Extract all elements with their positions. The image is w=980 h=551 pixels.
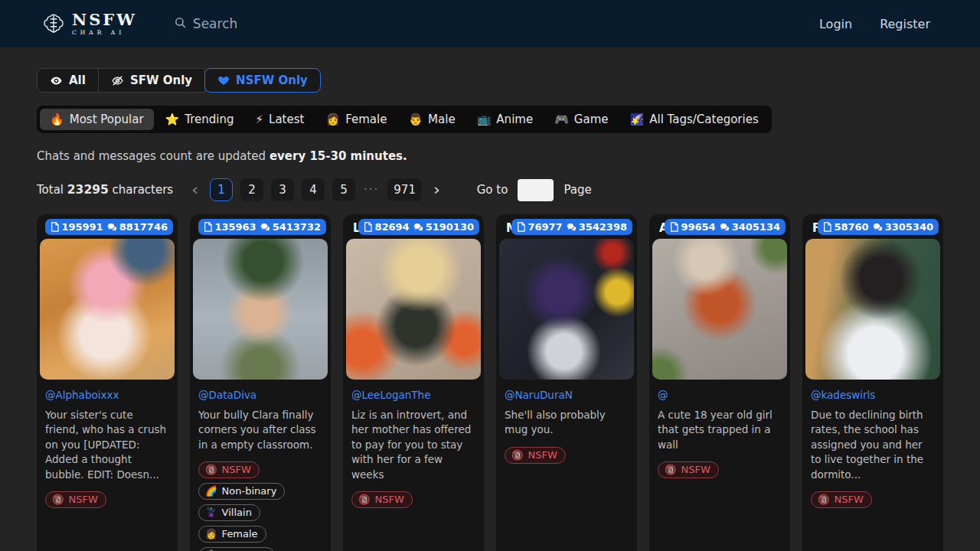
notice-bold-text: every 15-30 minutes. (270, 149, 407, 163)
tag-label: NSFW (528, 449, 557, 461)
filter-nsfw-button[interactable]: NSFW Only (204, 68, 321, 93)
tag-nsfw[interactable]: 🔞 NSFW (811, 491, 872, 508)
character-description: Your bully Clara finally corners you aft… (198, 408, 322, 452)
tag-label: NSFW (222, 464, 251, 475)
goto-page-input[interactable] (518, 179, 554, 201)
notice-text: Chats and messages count are updated (37, 149, 270, 163)
character-image[interactable] (346, 239, 481, 380)
prev-page-arrow[interactable]: ‹ (184, 181, 206, 198)
stats-badge: 76977 3542398 (511, 219, 632, 235)
nsfw-icon: 🔞 (205, 464, 217, 475)
tag-tsundere[interactable]: 🌸 Tsundere (198, 547, 275, 551)
filter-all-button[interactable]: All (37, 68, 99, 93)
next-page-arrow[interactable]: › (426, 181, 448, 198)
tab-most-popular[interactable]: 🔥 Most Popular (40, 109, 154, 130)
villain-icon: 🦹 (205, 507, 217, 518)
tag-non-binary[interactable]: 🌈 Non-binary (198, 483, 285, 500)
site-logo[interactable]: NSFW CHAR AI (42, 11, 137, 36)
tag-villain[interactable]: 🦹 Villain (198, 504, 260, 521)
tab-anime[interactable]: 📺 Anime (467, 109, 544, 130)
chat-bubbles-icon (873, 223, 883, 232)
character-card[interactable]: Your sis 195991 8817746 @Alphaboixxx You… (37, 214, 178, 551)
nsfw-icon: 🔞 (52, 494, 64, 505)
creator-handle[interactable]: @Alphaboixxx (45, 389, 169, 401)
creator-handle[interactable]: @kadeswirls (811, 389, 935, 401)
woman-icon: 👩 (325, 112, 340, 126)
tag-nsfw[interactable]: 🔞 NSFW (45, 491, 106, 508)
pagination-ellipsis: ··· (364, 183, 379, 197)
chats-count: 195991 (61, 221, 103, 233)
nsfw-filter-group: All SFW Only NSFW Only (37, 68, 943, 93)
nsfw-icon: 🔞 (818, 494, 830, 505)
chats-count: 58760 (834, 221, 868, 233)
page-icon (204, 222, 212, 232)
chat-bubbles-icon (720, 223, 730, 232)
character-image[interactable] (193, 239, 328, 380)
chat-bubbles-icon (567, 223, 577, 232)
page-icon (823, 222, 831, 232)
rainbow-icon: 🌈 (205, 485, 217, 497)
tag-label: NSFW (375, 494, 404, 505)
tag-nsfw[interactable]: 🔞 NSFW (351, 491, 413, 508)
page-button-last[interactable]: 971 (387, 178, 422, 201)
page-button-3[interactable]: 3 (271, 178, 294, 201)
tab-trending[interactable]: ⭐ Trending (155, 109, 244, 130)
character-image[interactable] (499, 239, 634, 380)
filter-all-label: All (69, 73, 86, 87)
character-description: She'll also probably mug you. (505, 408, 629, 438)
stats-badge: 195991 8817746 (45, 219, 173, 235)
character-card[interactable]: Mako 76977 3542398 @NaruDuraN She'll als… (496, 214, 637, 551)
login-link[interactable]: Login (819, 17, 852, 31)
creator-handle[interactable]: @LeeLoganThe (351, 389, 475, 401)
tab-all-tags[interactable]: 🌠 All Tags/Categories (620, 109, 769, 130)
tag-nsfw[interactable]: 🔞 NSFW (198, 461, 260, 478)
fire-icon: 🔥 (50, 112, 64, 126)
character-card[interactable]: Fuyuki 58760 3305340 @kadeswirls Due to … (802, 214, 943, 551)
total-count-text: Total 23295 characters (37, 183, 173, 197)
page-label: Page (564, 183, 591, 197)
shooting-star-icon: 🌠 (630, 112, 645, 126)
creator-handle[interactable]: @DataDiva (198, 389, 322, 401)
page-icon (364, 222, 372, 232)
tag-nsfw[interactable]: 🔞 NSFW (658, 461, 719, 478)
page-button-2[interactable]: 2 (240, 178, 263, 201)
tab-female[interactable]: 👩 Female (315, 109, 397, 130)
character-image[interactable] (652, 239, 787, 380)
tab-game[interactable]: 🎮 Game (544, 109, 618, 130)
page-icon (670, 222, 678, 232)
stats-badge: 99654 3405134 (665, 219, 786, 235)
chat-bubbles-icon (107, 223, 117, 232)
character-description: A cute 18 year old girl that gets trappe… (658, 408, 782, 452)
tag-label: Villain (222, 507, 252, 518)
character-image[interactable] (40, 239, 175, 380)
page-button-5[interactable]: 5 (332, 178, 355, 201)
tag-label: NSFW (69, 494, 98, 505)
filter-sfw-button[interactable]: SFW Only (98, 68, 205, 93)
character-card[interactable]: Clara 135963 5413732 @DataDiva Your bull… (190, 214, 331, 551)
tag-female[interactable]: 👩 Female (198, 526, 266, 543)
character-card[interactable]: Aya 99654 3405134 @ A cute 18 year old g… (649, 214, 790, 551)
creator-handle[interactable]: @ (658, 389, 782, 401)
lightning-icon: ⚡ (256, 112, 264, 126)
creator-handle[interactable]: @NaruDuraN (505, 389, 629, 401)
tag-label: Female (222, 528, 258, 540)
search-input[interactable]: Search (174, 16, 819, 32)
page-button-1[interactable]: 1 (210, 178, 233, 201)
character-image[interactable] (805, 239, 940, 380)
tag-nsfw[interactable]: 🔞 NSFW (505, 447, 566, 464)
character-description: Due to declining birth rates, the school… (811, 408, 935, 482)
character-description: Liz is an introvert, and her mother has … (351, 408, 475, 482)
tab-label: Trending (185, 112, 234, 126)
filter-sfw-label: SFW Only (130, 73, 192, 87)
stats-badge: 58760 3305340 (818, 219, 939, 235)
tab-male[interactable]: 👨 Male (398, 109, 465, 130)
register-link[interactable]: Register (880, 17, 930, 31)
chats-count: 76977 (528, 221, 562, 233)
logo-subtitle: CHAR AI (72, 30, 137, 36)
page-button-4[interactable]: 4 (302, 178, 325, 201)
tab-label: All Tags/Categories (649, 112, 758, 126)
character-card[interactable]: Liz 82694 5190130 @LeeLoganThe Liz is an… (343, 214, 484, 551)
messages-count: 3542398 (579, 221, 627, 233)
character-description: Your sister's cute friend, who has a cru… (45, 408, 169, 482)
tab-latest[interactable]: ⚡ Latest (246, 109, 315, 130)
